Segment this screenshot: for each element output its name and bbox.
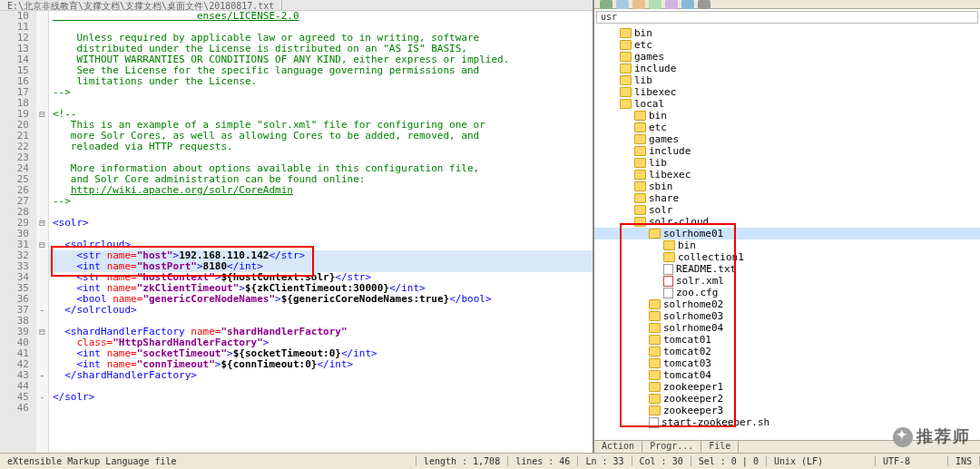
folder-icon: [620, 87, 632, 97]
tree-item[interactable]: share: [594, 192, 980, 204]
tree-item[interactable]: bin: [594, 110, 980, 122]
tree-item[interactable]: solrhome01: [594, 228, 980, 239]
folder-icon: [620, 28, 632, 38]
tab-bar: E:\北京非线教育\支撑文档\支撑文档\桌面文件\20180817.txt: [0, 0, 593, 11]
file-icon: [663, 276, 673, 287]
folder-icon: [634, 205, 646, 215]
file-tree[interactable]: binetcgamesincludeliblibexeclocalbinetcg…: [594, 25, 980, 440]
tree-item[interactable]: include: [594, 145, 980, 157]
tree-item-label: tomcat01: [663, 334, 711, 346]
file-icon: [649, 417, 659, 428]
folder-icon: [634, 146, 646, 156]
explorer-tab[interactable]: Progr...: [642, 441, 701, 453]
folder-icon: [634, 217, 646, 227]
folder-icon: [634, 122, 646, 132]
tree-item[interactable]: games: [594, 51, 980, 63]
tree-item-label: zookeeper1: [663, 381, 723, 393]
status-filetype: eXtensible Markup Language file: [0, 456, 416, 466]
tree-item-label: tomcat02: [663, 346, 711, 357]
tree-item-label: lib: [649, 157, 667, 169]
tree-item[interactable]: lib: [594, 74, 980, 86]
tree-item-label: solr: [649, 204, 673, 216]
file-icon: [663, 288, 673, 298]
tree-item-label: local: [634, 98, 664, 110]
folder-icon: [634, 170, 646, 180]
file-tab[interactable]: E:\北京非线教育\支撑文档\支撑文档\桌面文件\20180817.txt: [0, 0, 282, 10]
folder-icon: [634, 111, 646, 121]
toolbar-icon[interactable]: [632, 0, 645, 9]
tree-item[interactable]: zookeeper1: [594, 381, 980, 393]
tree-item[interactable]: include: [594, 63, 980, 74]
tree-item-label: libexec: [649, 169, 691, 181]
tree-item[interactable]: sbin: [594, 181, 980, 192]
explorer-tab[interactable]: Action: [594, 441, 642, 453]
folder-icon: [634, 181, 646, 191]
folder-icon: [620, 75, 632, 85]
folder-icon: [634, 158, 646, 168]
folder-icon: [649, 311, 661, 321]
tree-item[interactable]: lib: [594, 157, 980, 169]
status-ins: INS: [948, 456, 980, 466]
code-area[interactable]: 1011121314151617181920212223242526272829…: [0, 11, 593, 453]
tree-item[interactable]: libexec: [594, 86, 980, 98]
folder-icon: [649, 394, 661, 404]
tree-item[interactable]: tomcat03: [594, 357, 980, 369]
tree-item[interactable]: bin: [594, 27, 980, 39]
toolbar-icon[interactable]: [649, 0, 662, 9]
tree-item[interactable]: tomcat02: [594, 346, 980, 357]
path-bar[interactable]: usr: [596, 11, 978, 24]
status-bar: eXtensible Markup Language file length :…: [0, 453, 980, 469]
tree-item[interactable]: collection1: [594, 251, 980, 263]
tree-item-label: solrhome04: [663, 322, 723, 334]
tree-item[interactable]: zoo.cfg: [594, 287, 980, 298]
main-area: E:\北京非线教育\支撑文档\支撑文档\桌面文件\20180817.txt 10…: [0, 0, 980, 453]
tree-item-label: bin: [634, 27, 652, 39]
tree-item[interactable]: games: [594, 133, 980, 145]
tree-item[interactable]: zookeeper3: [594, 405, 980, 416]
tree-item[interactable]: tomcat04: [594, 369, 980, 381]
tree-item[interactable]: solr: [594, 204, 980, 216]
tree-item-label: solrhome03: [663, 310, 723, 322]
folder-icon: [649, 405, 661, 415]
fold-column[interactable]: ⊟⊟⊟-⊟--: [36, 11, 49, 453]
toolbar-icon[interactable]: [600, 0, 612, 9]
toolbar-icon[interactable]: [681, 0, 694, 9]
folder-icon: [634, 134, 646, 144]
explorer-bottom-tabs: ActionProgr...File: [594, 440, 980, 453]
tree-item[interactable]: libexec: [594, 169, 980, 181]
tree-item[interactable]: solrhome04: [594, 322, 980, 334]
tree-item-label: etc: [634, 39, 652, 51]
folder-icon: [649, 382, 661, 392]
status-enc: UTF-8: [876, 456, 948, 466]
toolbar-icon[interactable]: [665, 0, 678, 9]
tree-item[interactable]: etc: [594, 39, 980, 51]
tree-item[interactable]: etc: [594, 122, 980, 133]
tree-item-label: README.txt: [676, 263, 736, 275]
tree-item[interactable]: solrhome03: [594, 310, 980, 322]
tree-item-label: bin: [678, 239, 696, 251]
tree-item-label: collection1: [678, 251, 744, 263]
status-length: length : 1,708: [416, 456, 508, 466]
file-icon: [663, 264, 673, 275]
toolbar-icon[interactable]: [616, 0, 629, 9]
code-lines[interactable]: enses/LICENSE-2.0 Unless required by app…: [49, 11, 593, 453]
line-gutter: 1011121314151617181920212223242526272829…: [0, 11, 36, 453]
toolbar-icon[interactable]: [698, 0, 710, 9]
editor-panel: E:\北京非线教育\支撑文档\支撑文档\桌面文件\20180817.txt 10…: [0, 0, 594, 453]
tree-item-label: solrhome02: [663, 298, 723, 310]
tree-item[interactable]: start-zookeeper.sh: [594, 416, 980, 428]
tree-item[interactable]: bin: [594, 239, 980, 251]
tree-item[interactable]: solr.xml: [594, 275, 980, 287]
tree-item-label: bin: [649, 110, 667, 122]
tree-item[interactable]: solr-cloud: [594, 216, 980, 228]
tree-item[interactable]: tomcat01: [594, 334, 980, 346]
folder-icon: [649, 358, 661, 368]
explorer-tab[interactable]: File: [701, 441, 739, 453]
tree-item[interactable]: solrhome02: [594, 298, 980, 310]
tree-item[interactable]: local: [594, 98, 980, 110]
tree-item-label: games: [634, 51, 664, 63]
folder-icon: [663, 240, 675, 250]
tree-item-label: zookeeper2: [663, 393, 723, 405]
tree-item[interactable]: zookeeper2: [594, 393, 980, 405]
tree-item[interactable]: README.txt: [594, 263, 980, 275]
